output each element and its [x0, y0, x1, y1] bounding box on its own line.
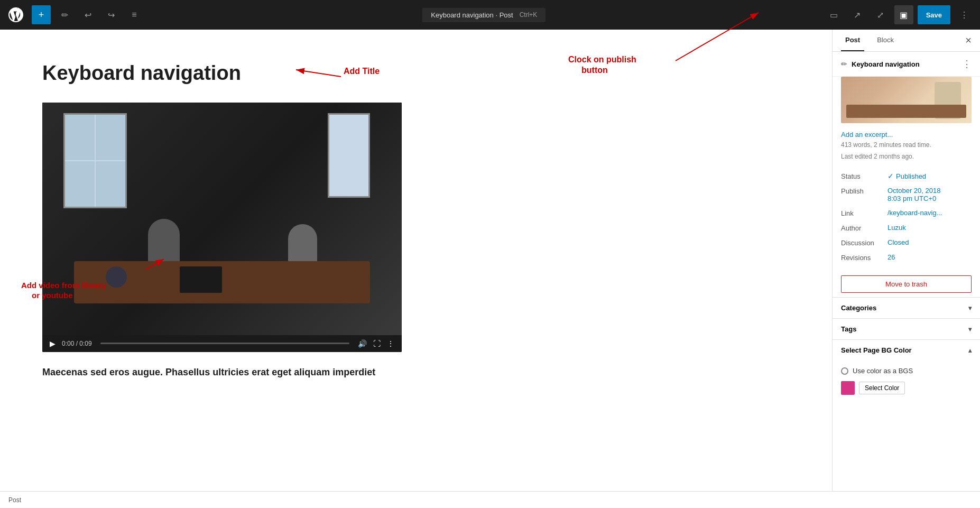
video-block: ▶ 0:00 / 0:09 🔊 ⛶ ⋮ — [42, 103, 402, 352]
window-pane-br — [96, 161, 125, 207]
use-color-row: Use color as a BGS — [841, 365, 972, 377]
progress-bar[interactable] — [100, 343, 349, 344]
toolbar-center: Keyboard navigation · Post Ctrl+K — [148, 8, 820, 22]
revisions-row: Revisions 26 — [833, 250, 980, 265]
more-options-button[interactable]: ⋮ — [955, 5, 974, 24]
desktop-icon: ▭ — [830, 10, 838, 20]
edit-mode-button[interactable]: ✏ — [55, 5, 74, 24]
external-link-icon: ↗ — [854, 10, 861, 20]
window-pane-tr — [96, 115, 125, 160]
sidebar-toggle-button[interactable]: ▣ — [894, 5, 913, 24]
tab-block[interactable]: Block — [873, 30, 898, 51]
thumb-table — [846, 105, 966, 118]
window-left — [63, 113, 127, 208]
undo-icon: ↩ — [85, 10, 91, 20]
post-card: ✏ Keyboard navigation ⋮ — [833, 52, 980, 77]
bg-color-label: Select Page BG Color — [841, 346, 912, 354]
use-color-radio[interactable] — [841, 367, 848, 375]
revisions-value[interactable]: 26 — [887, 253, 895, 261]
play-button[interactable]: ▶ — [50, 339, 56, 348]
window-pane-tl — [65, 115, 95, 160]
categories-chevron-icon: ▾ — [968, 304, 972, 312]
discussion-row: Discussion Closed — [833, 235, 980, 250]
post-title[interactable]: Keyboard navigation — [42, 61, 790, 86]
time-display: 0:00 / 0:09 — [62, 340, 92, 347]
fullscreen-button[interactable]: ⛶ — [373, 339, 381, 348]
save-button[interactable]: Save — [918, 5, 950, 24]
status-check-icon: ✓ — [887, 172, 894, 180]
post-fields: Status ✓ Published Publish October 20, 2… — [833, 162, 980, 271]
categories-header[interactable]: Categories ▾ — [833, 298, 980, 318]
meta-words: 413 words, 2 minutes read time. — [833, 139, 980, 151]
globe — [106, 266, 127, 288]
publish-value[interactable]: October 20, 2018 8:03 pm UTC+0 — [887, 187, 940, 202]
window-right — [328, 113, 370, 198]
status-value[interactable]: ✓ Published — [887, 172, 926, 180]
publish-row: Publish October 20, 2018 8:03 pm UTC+0 — [833, 183, 980, 206]
undo-button[interactable]: ↩ — [78, 5, 97, 24]
publish-label: Publish — [841, 187, 883, 195]
video-controls: ▶ 0:00 / 0:09 🔊 ⛶ ⋮ — [42, 335, 402, 352]
external-link-button[interactable]: ↗ — [848, 5, 867, 24]
move-to-trash-button[interactable]: Move to trash — [841, 275, 972, 293]
use-color-label: Use color as a BGS — [853, 367, 913, 375]
sidebar: Post Block × ✏ Keyboard navigation ⋮ Add… — [832, 30, 980, 508]
video-more-button[interactable]: ⋮ — [387, 339, 394, 348]
tab-post[interactable]: Post — [841, 30, 864, 51]
keyboard-shortcut: Ctrl+K — [520, 11, 538, 19]
bg-color-section: Select Page BG Color ▴ Use color as a BG… — [833, 339, 980, 403]
author-row: Author Luzuk — [833, 220, 980, 235]
list-icon: ≡ — [132, 10, 136, 20]
toolbar-right: ▭ ↗ ⤢ ▣ Save ⋮ — [825, 5, 974, 24]
wp-logo — [6, 5, 25, 24]
thumbnail-image[interactable] — [841, 77, 972, 123]
more-icon: ⋮ — [960, 10, 968, 20]
main-layout: Keyboard navigation — [0, 30, 980, 508]
add-excerpt-link[interactable]: Add an excerpt... — [833, 131, 901, 138]
toolbar: + ✏ ↩ ↪ ≡ Keyboard navigation · Post Ctr… — [0, 0, 980, 30]
bg-color-content: Use color as a BGS Select Color — [833, 361, 980, 403]
color-swatch[interactable] — [841, 381, 855, 395]
post-card-more-button[interactable]: ⋮ — [962, 58, 972, 70]
bg-color-header[interactable]: Select Page BG Color ▴ — [833, 340, 980, 361]
revisions-label: Revisions — [841, 253, 883, 262]
redo-button[interactable]: ↪ — [101, 5, 121, 24]
link-value[interactable]: /keyboard-navig... — [887, 209, 942, 217]
categories-label: Categories — [841, 304, 876, 312]
post-card-title: Keyboard navigation — [852, 60, 958, 68]
volume-button[interactable]: 🔊 — [358, 339, 367, 348]
select-color-button[interactable]: Select Color — [859, 382, 905, 394]
add-block-button[interactable]: + — [32, 5, 51, 24]
bg-color-chevron-icon: ▴ — [968, 347, 972, 354]
editor-area: Keyboard navigation — [0, 30, 832, 508]
window-pane-bl — [65, 161, 95, 207]
sidebar-tabs: Post Block × — [833, 30, 980, 52]
sidebar-close-button[interactable]: × — [965, 30, 972, 51]
list-view-button[interactable]: ≡ — [125, 5, 144, 24]
link-row: Link /keyboard-navig... — [833, 206, 980, 220]
link-label: Link — [841, 209, 883, 217]
status-label: Status — [841, 172, 883, 180]
tags-section: Tags ▾ — [833, 318, 980, 339]
discussion-value[interactable]: Closed — [887, 238, 909, 246]
pencil-icon: ✏ — [61, 10, 68, 20]
resize-button[interactable]: ⤢ — [871, 5, 890, 24]
video-scene — [42, 103, 402, 335]
author-label: Author — [841, 224, 883, 232]
tags-chevron-icon: ▾ — [968, 326, 972, 333]
post-title-bar: Keyboard navigation · Post Ctrl+K — [422, 8, 546, 22]
sidebar-icon: ▣ — [900, 10, 908, 20]
desktop-view-button[interactable]: ▭ — [825, 5, 844, 24]
redo-icon: ↪ — [108, 10, 115, 20]
status-text: Published — [896, 172, 926, 180]
meta-edited: Last edited 2 months ago. — [833, 151, 980, 162]
status-bar: Post — [0, 491, 980, 508]
author-value[interactable]: Luzuk — [887, 224, 906, 232]
post-card-pencil-icon: ✏ — [841, 60, 847, 68]
discussion-label: Discussion — [841, 238, 883, 247]
resize-icon: ⤢ — [877, 10, 884, 20]
tags-label: Tags — [841, 325, 856, 333]
tags-header[interactable]: Tags ▾ — [833, 319, 980, 339]
thumbnail-wrap — [833, 77, 980, 130]
video-placeholder — [42, 103, 402, 335]
